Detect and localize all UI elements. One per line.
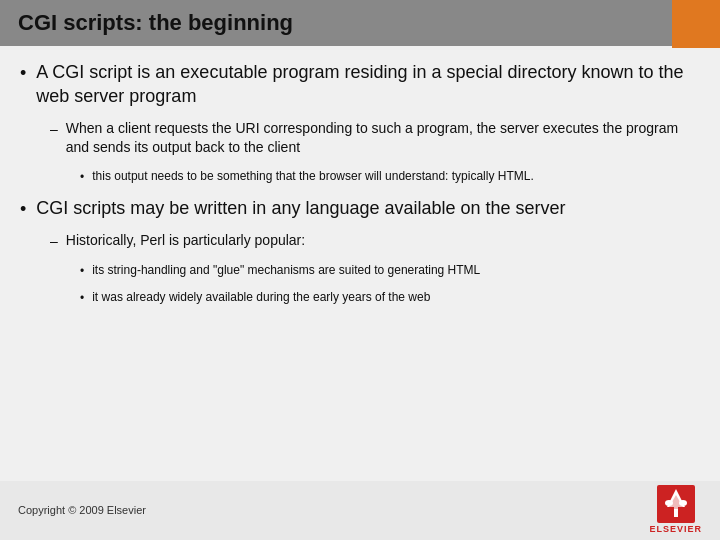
bullet-symbol-3: • — [80, 169, 84, 186]
elsevier-tree-icon — [657, 485, 695, 523]
bullet-text-3: this output needs to be something that t… — [92, 168, 534, 185]
slide: CGI scripts: the beginning • A CGI scrip… — [0, 0, 720, 540]
elsevier-text: ELSEVIER — [649, 524, 702, 534]
elsevier-logo: ELSEVIER — [649, 485, 702, 534]
slide-footer: Copyright © 2009 Elsevier ELSEVIER — [0, 481, 720, 540]
bullet-symbol-5: – — [50, 232, 58, 252]
bullet-item-3: • this output needs to be something that… — [80, 168, 700, 186]
bullet-symbol-6: • — [80, 263, 84, 280]
bullet-symbol-1: • — [20, 62, 26, 85]
slide-content: • A CGI script is an executable program … — [0, 46, 720, 481]
bullet-text-6: its string-handling and "glue" mechanism… — [92, 262, 480, 279]
bullet-text-5: Historically, Perl is particularly popul… — [66, 231, 305, 251]
bullet-item-6: • its string-handling and "glue" mechani… — [80, 262, 700, 280]
orange-accent-decoration — [672, 0, 720, 48]
copyright-text: Copyright © 2009 Elsevier — [18, 504, 146, 516]
bullet-text-1: A CGI script is an executable program re… — [36, 60, 700, 109]
svg-point-5 — [679, 500, 687, 506]
bullet-item-5: – Historically, Perl is particularly pop… — [50, 231, 700, 252]
bullet-symbol-4: • — [20, 198, 26, 221]
slide-title: CGI scripts: the beginning — [18, 10, 293, 36]
bullet-text-7: it was already widely available during t… — [92, 289, 430, 306]
bullet-item-1: • A CGI script is an executable program … — [20, 60, 700, 109]
bullet-item-2: – When a client requests the URI corresp… — [50, 119, 700, 158]
svg-point-4 — [665, 500, 673, 506]
bullet-text-2: When a client requests the URI correspon… — [66, 119, 700, 158]
bullet-symbol-2: – — [50, 120, 58, 140]
slide-header: CGI scripts: the beginning — [0, 0, 720, 46]
bullet-item-4: • CGI scripts may be written in any lang… — [20, 196, 700, 221]
bullet-item-7: • it was already widely available during… — [80, 289, 700, 307]
bullet-symbol-7: • — [80, 290, 84, 307]
bullet-text-4: CGI scripts may be written in any langua… — [36, 196, 565, 220]
